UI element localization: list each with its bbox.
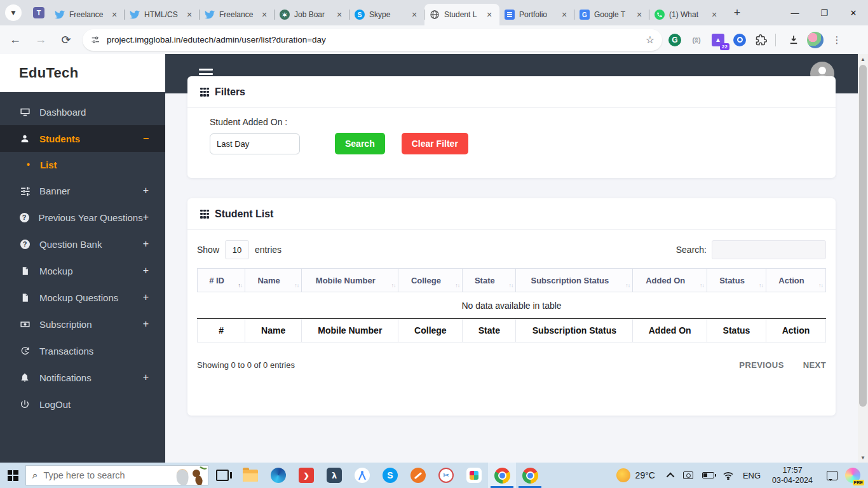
sidebar-item-mockup[interactable]: Mockup +: [0, 257, 165, 284]
sidebar-item-mockup-questions[interactable]: Mockup Questions +: [0, 284, 165, 311]
column-header[interactable]: College↑↓: [398, 269, 463, 292]
page-size-select[interactable]: 10: [225, 240, 249, 259]
download-icon[interactable]: [785, 31, 803, 49]
window-minimize-button[interactable]: —: [780, 0, 810, 25]
clear-filter-button[interactable]: Clear Filter: [402, 133, 468, 154]
scroll-up-icon[interactable]: ▲: [858, 54, 868, 64]
address-bar[interactable]: project.imgglobal.in/edutech/admin/user/…: [83, 29, 662, 51]
chrome-icon-active[interactable]: [488, 463, 516, 488]
sidebar-item-logout[interactable]: LogOut: [0, 391, 165, 417]
column-header[interactable]: Action↑↓: [766, 269, 825, 292]
close-icon[interactable]: ✕: [334, 10, 344, 20]
sidebar-item-subscription[interactable]: Subscription +: [0, 311, 165, 337]
column-header[interactable]: Status↑↓: [707, 269, 766, 292]
snipping-tool-icon[interactable]: ✂: [432, 463, 460, 488]
taskbar-search[interactable]: ⌕: [25, 465, 208, 485]
pinned-tab-teams[interactable]: T: [28, 2, 50, 24]
column-header[interactable]: Added On↑↓: [633, 269, 707, 292]
orange-app-icon[interactable]: [404, 463, 432, 488]
close-icon[interactable]: ✕: [484, 10, 494, 20]
expand-icon[interactable]: +: [143, 372, 149, 383]
scrollbar-thumb[interactable]: [859, 65, 867, 407]
screen-cast-icon[interactable]: [683, 471, 693, 479]
close-icon[interactable]: ✕: [559, 10, 569, 20]
reload-icon[interactable]: ⟳: [56, 30, 76, 50]
wifi-icon[interactable]: [723, 471, 733, 480]
page-scrollbar[interactable]: ▲ ▼: [858, 54, 868, 463]
taskbar-search-input[interactable]: [43, 470, 139, 480]
scroll-down-icon[interactable]: ▼: [858, 452, 868, 463]
search-button[interactable]: Search: [335, 133, 385, 154]
start-button[interactable]: [0, 463, 25, 488]
tab-htmlcss[interactable]: HTML/CS ✕: [125, 4, 200, 25]
battery-icon[interactable]: [702, 472, 714, 478]
expand-icon[interactable]: +: [143, 212, 149, 223]
browser-menu-icon[interactable]: ⋮: [828, 31, 846, 49]
sidebar-item-list[interactable]: • List: [0, 152, 165, 177]
tab-jobboard[interactable]: ✶ Job Boar ✕: [275, 4, 349, 25]
task-view-icon[interactable]: [208, 463, 236, 488]
window-close-button[interactable]: ✕: [839, 0, 868, 25]
column-header[interactable]: State↑↓: [463, 269, 516, 292]
column-header[interactable]: Mobile Number↑↓: [302, 269, 398, 292]
close-icon[interactable]: ✕: [259, 10, 269, 20]
expand-icon[interactable]: +: [143, 292, 149, 303]
wayback-extension-icon[interactable]: (ʬ): [688, 31, 705, 49]
weather-widget[interactable]: 29°C: [616, 468, 655, 482]
new-tab-button[interactable]: +: [728, 4, 746, 22]
close-icon[interactable]: ✕: [709, 10, 719, 20]
table-search-input[interactable]: [712, 240, 826, 259]
tab-freelance-1[interactable]: Freelance ✕: [50, 4, 125, 25]
close-icon[interactable]: ✕: [109, 10, 119, 20]
close-icon[interactable]: ✕: [634, 10, 644, 20]
expand-icon[interactable]: +: [143, 185, 149, 196]
pgadmin-icon[interactable]: 𝝺: [320, 463, 348, 488]
language-indicator[interactable]: ENG: [743, 471, 761, 480]
expand-icon[interactable]: +: [143, 238, 149, 250]
edge-icon[interactable]: [264, 463, 292, 488]
forward-icon[interactable]: →: [31, 30, 51, 50]
student-added-on-select[interactable]: [210, 133, 300, 154]
grammarly-extension-icon[interactable]: G: [666, 31, 684, 49]
slack-icon[interactable]: [460, 463, 488, 488]
blue-extension-icon[interactable]: [731, 31, 749, 49]
taskbar-clock[interactable]: 17:57 03-04-2024: [772, 465, 813, 486]
purple-extension-icon[interactable]: ▲ 22: [709, 31, 727, 49]
sidebar-item-notifications[interactable]: Notifications +: [0, 364, 165, 391]
sidebar-item-previous-year-questions[interactable]: ? Previous Year Questions +: [0, 204, 165, 231]
file-explorer-icon[interactable]: [236, 463, 264, 488]
sidebar-item-question-bank[interactable]: ? Question Bank +: [0, 231, 165, 257]
site-settings-icon[interactable]: [90, 35, 100, 45]
collapse-icon[interactable]: −: [143, 133, 149, 144]
copilot-icon[interactable]: PRE: [845, 468, 860, 483]
tab-skype[interactable]: S Skype ✕: [349, 4, 424, 25]
tray-chevron-up-icon[interactable]: [668, 473, 674, 478]
sidebar-item-transactions[interactable]: Transactions: [0, 337, 165, 364]
sidebar-item-banner[interactable]: Banner +: [0, 177, 165, 204]
compass-app-icon[interactable]: [348, 463, 376, 488]
expand-icon[interactable]: +: [143, 265, 149, 276]
tab-google-translate[interactable]: G Google T ✕: [574, 4, 649, 25]
close-icon[interactable]: ✕: [184, 10, 194, 20]
back-icon[interactable]: ←: [5, 30, 25, 50]
bookmark-star-icon[interactable]: ☆: [646, 34, 654, 46]
previous-page-button[interactable]: PREVIOUS: [739, 360, 783, 370]
expand-icon[interactable]: +: [143, 318, 149, 330]
sidebar-item-students[interactable]: Students −: [0, 125, 165, 152]
red-dev-app-icon[interactable]: ❯: [292, 463, 320, 488]
column-header[interactable]: # ID↑↓: [198, 269, 245, 292]
tab-search-chevron-icon[interactable]: ▼: [5, 4, 22, 21]
tab-portfolio[interactable]: Portfolio ✕: [499, 4, 574, 25]
close-icon[interactable]: ✕: [409, 10, 419, 20]
column-header[interactable]: Subscription Status↑↓: [516, 269, 633, 292]
sidebar-item-dashboard[interactable]: Dashboard: [0, 98, 165, 125]
tab-whatsapp[interactable]: (1) What ✕: [649, 4, 724, 25]
window-restore-button[interactable]: ❐: [810, 0, 839, 25]
chrome-icon-2[interactable]: [516, 463, 544, 488]
notification-center-icon[interactable]: [827, 471, 837, 480]
tab-student-list-active[interactable]: Student L ✕: [424, 4, 499, 25]
url-text[interactable]: project.imgglobal.in/edutech/admin/user/…: [107, 35, 646, 44]
next-page-button[interactable]: NEXT: [803, 360, 826, 370]
skype-icon[interactable]: S: [376, 463, 404, 488]
tab-freelance-2[interactable]: Freelance ✕: [200, 4, 275, 25]
